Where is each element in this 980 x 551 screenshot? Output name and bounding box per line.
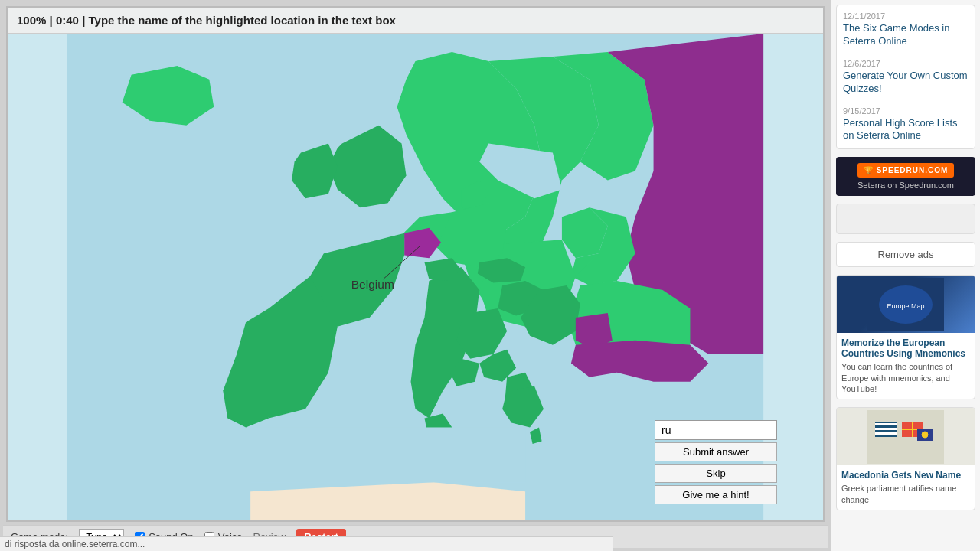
promo-card-1: Europe Map Memorize the European Countri… (836, 275, 975, 399)
svg-point-51 (922, 432, 928, 438)
map-container: 100% | 0:40 | Type the name of the highl… (6, 6, 825, 522)
svg-text:Europe Map: Europe Map (887, 302, 924, 310)
ad-placeholder (836, 204, 975, 234)
svg-rect-37 (250, 427, 525, 482)
promo-card-2: Macedonia Gets New Name Greek parliament… (836, 407, 975, 510)
promo-2-text: Greek parliament ratifies name change (841, 483, 970, 505)
speedrun-sub: Seterra on Speedrun.com (858, 181, 954, 190)
promo-img-2 (837, 408, 975, 465)
answer-input[interactable] (655, 420, 777, 440)
promo-2-link[interactable]: Macedonia Gets New Name (841, 470, 970, 481)
separator1: | (50, 14, 56, 27)
promo-1-body: Memorize the European Countries Using Mn… (837, 333, 975, 399)
speedrun-logo: 🏆 SPEEDRUN.COM (858, 163, 955, 178)
article-2: 12/6/2017 Generate Your Own Custom Quizz… (843, 59, 969, 96)
promo-1-text: You can learn the countries of Europe wi… (841, 361, 970, 394)
separator2: | (82, 14, 88, 27)
sidebar-card-articles: 12/11/2017 The Six Game Modes in Seterra… (836, 5, 975, 149)
timer-text: 0:40 (56, 14, 79, 27)
svg-marker-35 (571, 341, 708, 382)
sidebar: 12/11/2017 The Six Game Modes in Seterra… (831, 0, 980, 551)
instruction-text: Type the name of the highlighted locatio… (89, 14, 396, 27)
progress-text: 100% (17, 14, 46, 27)
map-header: 100% | 0:40 | Type the name of the highl… (8, 8, 823, 34)
svg-rect-44 (875, 423, 897, 425)
speedrun-card[interactable]: 🏆 SPEEDRUN.COM Seterra on Speedrun.com (836, 157, 975, 196)
svg-rect-45 (875, 428, 897, 430)
article-1-link[interactable]: The Six Game Modes in Seterra Online (843, 22, 969, 48)
map-area: Belgium Submit answer Skip Give me a hin… (8, 34, 823, 522)
belgium-label: Belgium (351, 278, 394, 291)
remove-ads-card: Remove ads (836, 242, 975, 267)
article-3-link[interactable]: Personal High Score Lists on Seterra Onl… (843, 117, 969, 143)
submit-answer-button[interactable]: Submit answer (655, 442, 777, 461)
svg-rect-46 (875, 432, 897, 435)
promo-img-1: Europe Map (837, 276, 975, 333)
article-2-link[interactable]: Generate Your Own Custom Quizzes! (843, 70, 969, 96)
article-3: 9/15/2017 Personal High Score Lists on S… (843, 106, 969, 143)
remove-ads-link[interactable]: Remove ads (843, 249, 969, 260)
hint-button[interactable]: Give me a hint! (655, 485, 777, 504)
skip-button[interactable]: Skip (655, 464, 777, 483)
browser-bar: di risposta da online.seterra.com... (0, 536, 612, 551)
article-1: 12/11/2017 The Six Game Modes in Seterra… (843, 11, 969, 48)
promo-1-link[interactable]: Memorize the European Countries Using Mn… (841, 337, 970, 359)
promo-2-body: Macedonia Gets New Name Greek parliament… (837, 465, 975, 510)
quiz-controls: Submit answer Skip Give me a hint! (655, 420, 777, 504)
